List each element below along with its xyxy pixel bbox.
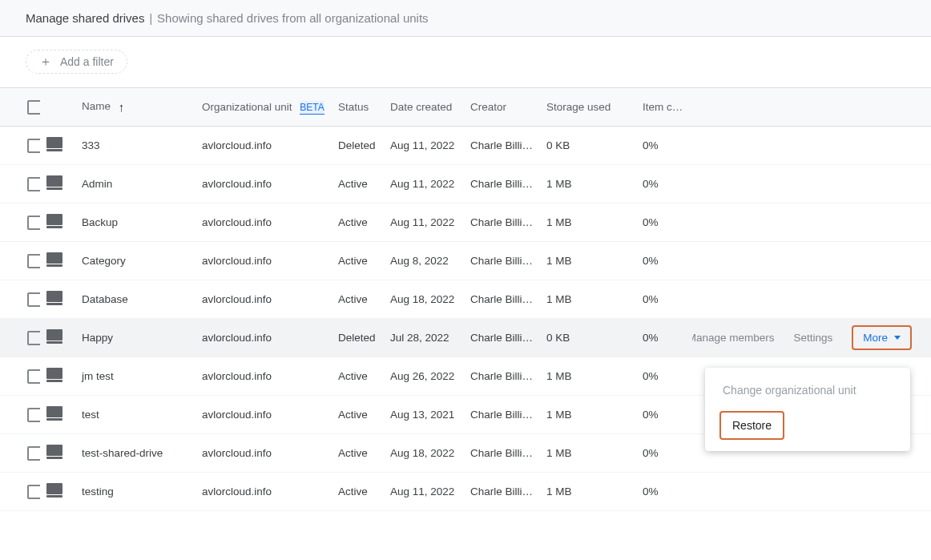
row-checkbox[interactable] [27,331,40,345]
table-row[interactable]: Backup avlorcloud.info Active Aug 11, 20… [0,203,931,242]
creator: Charle Billing [470,332,534,344]
shared-drive-icon [46,405,62,421]
date-created: Jul 28, 2022 [390,332,449,344]
item-cap: 0% [643,255,659,267]
sort-ascending-icon: ↑ [119,100,125,114]
row-checkbox[interactable] [27,446,40,461]
shared-drive-icon [46,213,62,229]
item-cap: 0% [643,178,659,190]
item-cap: 0% [643,409,659,421]
row-checkbox[interactable] [27,485,40,499]
beta-badge: BETA [300,101,324,115]
more-dropdown: Change organizational unit Restore [705,368,910,451]
row-checkbox[interactable] [27,292,40,307]
shared-drive-icon [46,482,62,498]
manage-members-button[interactable]: Manage members [692,332,774,344]
item-cap: 0% [643,216,659,228]
status-text: Active [338,293,368,305]
org-unit: avlorcloud.info [202,139,272,151]
column-item-cap[interactable]: Item cap i [636,88,692,127]
org-unit: avlorcloud.info [202,370,272,382]
storage-used: 1 MB [546,409,572,421]
status-text: Active [338,370,368,382]
storage-used: 1 MB [546,485,572,498]
drive-name: Backup [82,216,118,228]
drive-name: Category [82,255,126,267]
storage-used: 1 MB [546,447,572,459]
row-checkbox[interactable] [27,139,40,153]
table-row[interactable]: Database avlorcloud.info Active Aug 18, … [0,280,931,319]
select-all-checkbox[interactable] [27,100,40,115]
more-button[interactable]: More [852,325,912,350]
settings-button[interactable]: Settings [793,332,832,344]
shared-drive-icon [46,252,62,268]
status-text: Active [338,255,368,267]
column-status[interactable]: Status [338,101,369,113]
date-created: Aug 8, 2022 [390,255,449,267]
storage-used: 0 KB [546,139,570,151]
table-header-row: Name ↑ Organizational unit BETA Status D… [0,88,931,127]
shared-drive-icon [46,290,62,306]
shared-drive-icon [46,136,62,152]
shared-drive-icon [46,444,62,460]
row-checkbox[interactable] [27,216,40,230]
column-name[interactable]: Name ↑ [75,88,195,127]
org-unit: avlorcloud.info [202,178,272,190]
item-cap: 0% [643,485,659,498]
creator: Charle Billing [470,447,534,459]
status-text: Active [338,485,368,498]
date-created: Aug 18, 2022 [390,293,454,305]
creator: Charle Billing [470,370,534,382]
table-row[interactable]: Admin avlorcloud.info Active Aug 11, 202… [0,165,931,203]
item-cap: 0% [643,447,659,459]
menu-item-restore[interactable]: Restore [719,411,784,440]
drive-name: testing [82,485,114,498]
drive-name: 333 [82,139,100,151]
storage-used: 1 MB [546,178,572,190]
table-row[interactable]: 333 avlorcloud.info Deleted Aug 11, 2022… [0,127,931,165]
add-filter-button[interactable]: ＋ Add a filter [26,50,127,74]
date-created: Aug 11, 2022 [390,139,454,151]
page-title: Manage shared drives [26,11,144,25]
drive-name: jm test [82,370,114,382]
creator: Charle Billing [470,178,534,190]
page-subtitle: Showing shared drives from all organizat… [157,11,429,25]
row-checkbox[interactable] [27,254,40,268]
date-created: Aug 11, 2022 [390,178,454,190]
date-created: Aug 13, 2021 [390,409,454,421]
date-created: Aug 11, 2022 [390,485,454,498]
table-row[interactable]: testing avlorcloud.info Active Aug 11, 2… [0,473,931,511]
row-checkbox[interactable] [27,369,40,384]
filter-bar: ＋ Add a filter [0,37,931,87]
page-header: Manage shared drives | Showing shared dr… [0,0,931,37]
creator: Charle Billing [470,216,534,228]
drive-name: Database [82,293,128,305]
chevron-down-icon [894,336,901,340]
creator: Charle Billing [470,485,534,498]
drive-name: Admin [82,178,112,190]
shared-drive-icon [46,367,62,383]
drive-name: Happy [82,332,113,344]
drive-name: test [82,409,99,421]
column-date-created[interactable]: Date created [390,101,452,113]
creator: Charle Billing [470,255,534,267]
status-text: Deleted [338,332,376,344]
item-cap: 0% [643,332,659,344]
date-created: Aug 11, 2022 [390,216,454,228]
menu-item-change-ou: Change organizational unit [705,374,910,406]
row-checkbox[interactable] [27,408,40,422]
storage-used: 1 MB [546,293,572,305]
date-created: Aug 26, 2022 [390,370,454,382]
table-row[interactable]: Category avlorcloud.info Active Aug 8, 2… [0,242,931,280]
column-storage[interactable]: Storage used [546,101,611,113]
item-cap: 0% [643,293,659,305]
shared-drive-icon [46,175,62,191]
column-creator[interactable]: Creator [470,101,506,113]
status-text: Active [338,447,368,459]
row-checkbox[interactable] [27,177,40,191]
org-unit: avlorcloud.info [202,293,272,305]
table-row[interactable]: Happy avlorcloud.info Deleted Jul 28, 20… [0,319,931,357]
storage-used: 0 KB [546,332,570,344]
column-org-unit[interactable]: Organizational unit BETA [195,88,332,127]
storage-used: 1 MB [546,370,572,382]
